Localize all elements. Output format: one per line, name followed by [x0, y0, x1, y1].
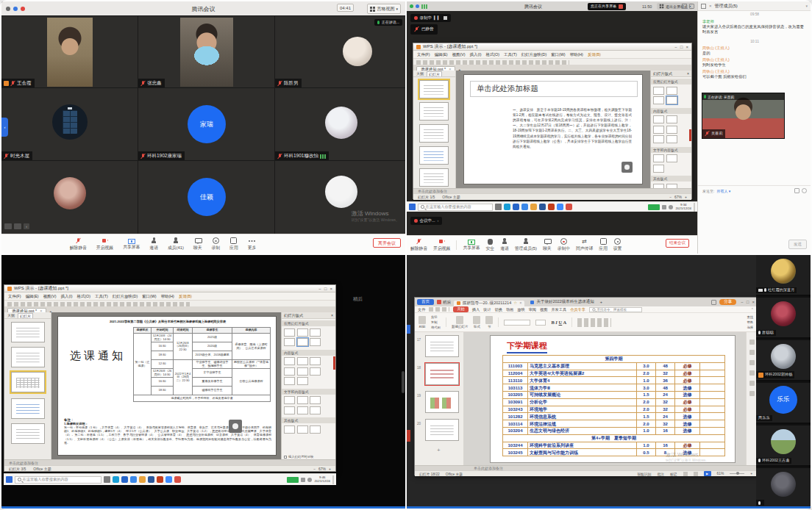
menu-slideshow[interactable]: 幻灯片放映(D)	[521, 52, 546, 57]
panel-scrollbar[interactable]	[333, 356, 335, 370]
markup-button[interactable]: 标记	[670, 472, 677, 476]
chat-button[interactable]: 聊天	[543, 238, 552, 251]
stop-share-icon[interactable]	[619, 4, 623, 9]
start-button[interactable]	[6, 476, 13, 483]
invite-button[interactable]: 邀请	[500, 238, 509, 251]
zoom-in-icon[interactable]: +	[750, 472, 752, 475]
menu-feedback[interactable]: 反馈(B)	[179, 294, 192, 299]
unmute-button[interactable]: 解除静音	[70, 237, 87, 250]
slide-canvas[interactable]: 2021-2022学年第二学期《公共课》及部分本科生跨校区选课课程网上选课时间安…	[57, 316, 277, 456]
security-button[interactable]: 安全	[486, 238, 495, 251]
share-button[interactable]: 分享	[719, 299, 736, 306]
close-panel-icon[interactable]: ×	[331, 313, 333, 317]
task-view-icon[interactable]	[104, 476, 110, 483]
ribbon-tab[interactable]: 切换	[495, 307, 502, 312]
video-tile[interactable]: 激活 Windows 转到"设置"以激活 Windows。	[275, 161, 405, 234]
tray-icon[interactable]	[669, 205, 673, 209]
slide-title-placeholder[interactable]: 单击此处添加标题	[470, 81, 638, 97]
window-controls[interactable]: −□×	[674, 45, 688, 49]
collapse-icon[interactable]: ‹	[24, 223, 29, 229]
zoom-controls[interactable]: −67%+	[669, 195, 687, 199]
slide-editor-area[interactable]: 单击此处添加标题 一、选课安排 原定于本学期18-19周的各类课程单独整理，相关…	[456, 71, 650, 188]
participant-tile[interactable]: 杜红霞的深蓝月	[756, 255, 811, 296]
video-tile[interactable]: 正在讲话... 陈胜男	[275, 16, 405, 88]
notes-bar[interactable]: 单击此处添加备注	[413, 188, 691, 193]
slide-thumbnail[interactable]	[419, 80, 449, 98]
view-sorter-icon[interactable]	[694, 472, 698, 476]
layout-thumbnails[interactable]	[282, 356, 335, 387]
notes-bar[interactable]: 单击此处添加备注	[4, 459, 335, 465]
workspace-icon[interactable]	[711, 300, 716, 305]
side-tab-red[interactable]	[407, 430, 410, 442]
menu-file[interactable]: 文件(F)	[417, 52, 430, 57]
slide-thumbnail-selected[interactable]	[425, 363, 459, 385]
popout-icon[interactable]	[701, 4, 706, 9]
video-tile[interactable]: 环科1901穆孜怡	[275, 88, 405, 161]
app-icon[interactable]	[521, 204, 528, 210]
paste-button[interactable]: 粘贴	[419, 316, 426, 329]
slide-thumbnail[interactable]	[419, 146, 449, 165]
video-tile[interactable]: 家瑞 环科1902康家瑞	[138, 88, 275, 161]
video-tile[interactable]: 王会霞	[1, 16, 138, 88]
video-tile[interactable]: ‹	[1, 161, 138, 234]
wps-toolbar[interactable]	[4, 301, 335, 307]
reaction-buttons[interactable]: ‹	[4, 223, 29, 229]
layout-button[interactable]: 版式	[473, 316, 480, 329]
apps-button[interactable]: 应用	[229, 237, 238, 250]
find-replace-group[interactable]: 查找替换选择	[747, 315, 753, 329]
comments-button[interactable]: 批注	[657, 472, 664, 476]
menu-format[interactable]: 格式(O)	[76, 294, 90, 299]
ribbon-tab-active[interactable]: 开始	[453, 306, 468, 312]
apps-button[interactable]: 应用	[599, 238, 608, 251]
tray-icon[interactable]	[301, 478, 305, 482]
app-icon[interactable]	[121, 476, 128, 483]
slide-title[interactable]: 选课通知	[70, 349, 126, 363]
menu-window[interactable]: 窗口(W)	[142, 294, 156, 299]
slide-thumbnail[interactable]	[11, 347, 45, 367]
pause-recording-icon[interactable]: ▍▍	[434, 16, 441, 20]
record-button[interactable]: 录制中	[558, 238, 570, 251]
battery-widget[interactable]	[287, 477, 299, 483]
bold-italic-underline-buttons[interactable]: B I U A	[551, 320, 566, 325]
menu-tools[interactable]: 工具(T)	[504, 52, 517, 57]
cut-copy-group[interactable]: 剪切复制格式刷	[431, 315, 441, 329]
menu-tools[interactable]: 工具(T)	[95, 294, 108, 299]
participant-tile[interactable]: 乐乐 周乐乐	[756, 383, 811, 424]
maximize-icon[interactable]	[682, 4, 687, 9]
participant-tile[interactable]: 环科2002郭帅杨	[756, 340, 811, 381]
ribbon-tab[interactable]: 会员专享	[570, 307, 585, 312]
notes-bar[interactable]: 单击此处添加备注	[415, 465, 757, 470]
paragraph-tools[interactable]	[577, 318, 611, 327]
folder-icon[interactable]	[139, 476, 146, 483]
ppt-icon[interactable]	[548, 204, 555, 210]
zoom-level[interactable]: 61%	[717, 472, 724, 475]
slide-thumbnail-selected[interactable]	[11, 372, 45, 392]
clock[interactable]: 9:342021/12/24	[675, 204, 691, 211]
word-icon[interactable]	[539, 204, 546, 210]
slide-thumbnail[interactable]	[425, 419, 459, 441]
participant-tile[interactable]	[756, 468, 811, 509]
layout-thumbnails[interactable]	[282, 423, 335, 435]
menu-file[interactable]: 文件(F)	[8, 294, 21, 299]
show-desktop-sliver[interactable]	[332, 475, 334, 484]
menu-help[interactable]: 帮助(H)	[161, 294, 174, 299]
side-tool-strip[interactable]	[746, 332, 757, 465]
menu-feedback[interactable]: 反馈(B)	[588, 52, 601, 57]
share-screen-button[interactable]: 共享屏幕	[123, 238, 140, 250]
settings-button[interactable]: 设置	[613, 238, 622, 251]
window-controls[interactable]: −□×	[318, 287, 332, 291]
slide-thumbnail[interactable]	[11, 423, 45, 444]
zoom-controls[interactable]: −67%+	[313, 467, 331, 471]
side-tab-blue[interactable]	[407, 325, 410, 334]
ribbon-tab[interactable]: 放映	[517, 307, 524, 312]
leave-meeting-button[interactable]: 离开会议	[373, 238, 401, 248]
video-tile[interactable]: 时光木屋	[1, 88, 138, 161]
start-video-button[interactable]: 开启视频	[433, 238, 450, 251]
ribbon-tab[interactable]: 视图	[540, 307, 547, 312]
layout-thumbnails[interactable]	[651, 153, 691, 175]
participant-tile[interactable]: 环科2002王吉鑫	[756, 425, 811, 467]
menu-window[interactable]: 窗口(W)	[551, 52, 565, 57]
menu-edit[interactable]: 编辑(E)	[435, 52, 448, 57]
meeting-floating-pill[interactable]: 会议中...›	[410, 217, 442, 225]
send-target-select[interactable]: 所有人 ▾	[716, 189, 730, 193]
